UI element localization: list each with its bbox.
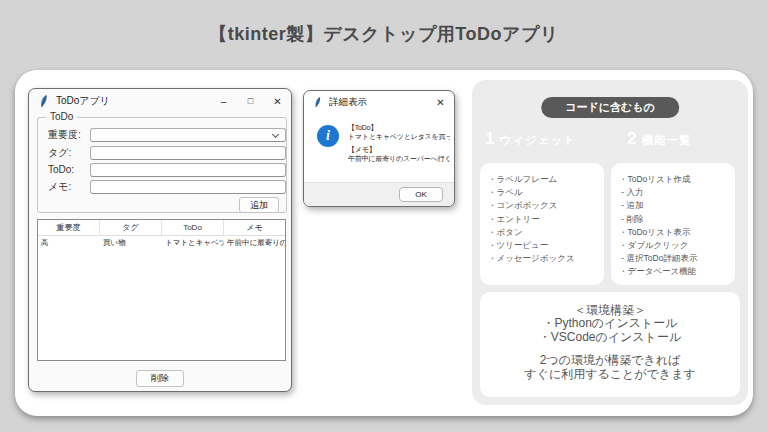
env-item: ・VSCodeのインストール (480, 331, 740, 345)
content-card: ToDoアプリ – □ ✕ ToDo 重要度: タグ: ToDo: メ (15, 70, 753, 416)
dialog-titlebar[interactable]: 詳細表示 ✕ (304, 91, 454, 113)
cell-memo: 午前中に最寄りのスーパーへ行くこと (224, 236, 285, 250)
importance-combobox[interactable] (90, 128, 286, 142)
ok-button[interactable]: OK (399, 187, 443, 202)
treeview-header: 重要度 タグ ToDo メモ (38, 220, 285, 236)
cell-tag: 買い物 (100, 236, 162, 250)
python-feather-icon (313, 96, 322, 108)
list-item: ・コンボボックス (488, 199, 596, 212)
env-item: ・Pythonのインストール (480, 317, 740, 331)
window-controls: – □ ✕ (210, 89, 291, 113)
list-item: ・ボタン (488, 226, 596, 239)
dialog-body: i 【ToDo】 トマトとキャベツとレタスを買ってくる 【メモ】 午前中に最寄り… (304, 113, 454, 184)
dialog-controls: ✕ (427, 91, 454, 113)
cell-importance: 高 (38, 236, 100, 250)
env-heading: ＜環境構築＞ (480, 303, 740, 317)
close-icon[interactable]: ✕ (264, 89, 291, 113)
message-todo-heading: 【ToDo】 (348, 123, 450, 132)
column-header-importance[interactable]: 重要度 (38, 220, 100, 235)
minimize-icon[interactable]: – (210, 89, 237, 113)
cell-todo: トマトとキャベツとレタスを買ってくる (162, 236, 224, 250)
dialog-title: 詳細表示 (329, 96, 367, 109)
tag-input[interactable] (90, 146, 286, 160)
detail-dialog: 詳細表示 ✕ i 【ToDo】 トマトとキャベツとレタスを買ってくる 【メモ】 … (303, 90, 455, 207)
close-icon[interactable]: ✕ (427, 91, 454, 113)
list-item: ・ToDoリスト表示 (619, 226, 727, 239)
list-item: - 削除 (619, 213, 727, 226)
message-memo-heading: 【メモ】 (348, 145, 450, 154)
python-feather-icon (38, 94, 49, 108)
todo-input[interactable] (90, 163, 286, 177)
code-contents-panel: コードに含むもの 1 ウィジェット 2 機能一覧 ・ラベルフレーム ・ラベル ・… (472, 80, 748, 405)
list-item: - 入力 (619, 186, 727, 199)
table-row[interactable]: 高 買い物 トマトとキャベツとレタスを買ってくる 午前中に最寄りのスーパーへ行く… (38, 236, 285, 250)
list-item: - 選択ToDo詳細表示 (619, 252, 727, 265)
add-button[interactable]: 追加 (239, 197, 279, 213)
section-header-widgets: 1 ウィジェット (485, 129, 576, 149)
environment-card: ＜環境構築＞ ・Pythonのインストール ・VSCodeのインストール 2つの… (480, 292, 740, 397)
delete-button[interactable]: 削除 (136, 370, 184, 387)
list-item: ・ラベルフレーム (488, 173, 596, 186)
todo-labelframe: ToDo 重要度: タグ: ToDo: メモ: 追加 (37, 117, 287, 213)
column-header-todo[interactable]: ToDo (162, 220, 224, 235)
memo-label: メモ: (48, 180, 71, 194)
list-item: ・ToDoリスト作成 (619, 173, 727, 186)
panel-heading-pill: コードに含むもの (541, 97, 679, 118)
todo-app-window: ToDoアプリ – □ ✕ ToDo 重要度: タグ: ToDo: メ (28, 88, 292, 392)
section-title: 機能一覧 (641, 133, 691, 148)
list-item: - 追加 (619, 199, 727, 212)
list-item: ・ラベル (488, 186, 596, 199)
todo-window-title: ToDoアプリ (56, 94, 110, 108)
maximize-icon[interactable]: □ (237, 89, 264, 113)
message-todo-text: トマトとキャベツとレタスを買ってくる (348, 132, 450, 141)
column-header-memo[interactable]: メモ (224, 220, 285, 235)
list-item: ・エントリー (488, 213, 596, 226)
importance-label: 重要度: (48, 128, 81, 142)
widgets-list-card: ・ラベルフレーム ・ラベル ・コンボボックス ・エントリー ・ボタン ・ツリービ… (480, 163, 604, 285)
list-item: ・ダブルクリック (619, 239, 727, 252)
list-item: ・データベース機能 (619, 265, 727, 278)
section-header-features: 2 機能一覧 (627, 129, 691, 149)
labelframe-legend: ToDo (46, 111, 77, 123)
features-list-card: ・ToDoリスト作成 - 入力 - 追加 - 削除 ・ToDoリスト表示 ・ダブ… (611, 163, 735, 285)
tag-label: タグ: (48, 146, 71, 160)
column-header-tag[interactable]: タグ (100, 220, 162, 235)
env-note-line: 2つの環境が構築できれば (480, 354, 740, 368)
env-note-line: すぐに利用することができます (480, 368, 740, 382)
section-title: ウィジェット (499, 133, 576, 148)
page-title: 【tkinter製】デスクトップ用ToDoアプリ (0, 22, 768, 46)
todo-treeview: 重要度 タグ ToDo メモ 高 買い物 トマトとキャベツとレタスを買ってくる … (37, 219, 286, 361)
todo-window-titlebar[interactable]: ToDoアプリ – □ ✕ (29, 89, 291, 113)
list-item: ・メッセージボックス (488, 252, 596, 265)
section-number: 2 (627, 129, 636, 149)
list-item: ・ツリービュー (488, 239, 596, 252)
section-number: 1 (485, 129, 494, 149)
dialog-footer: OK (304, 182, 454, 206)
message-memo-text: 午前中に最寄りのスーパーへ行くこと (348, 154, 450, 163)
todo-label: ToDo: (48, 163, 74, 177)
info-icon: i (317, 125, 339, 147)
slide: 【tkinter製】デスクトップ用ToDoアプリ ToDoアプリ – □ ✕ T… (0, 0, 768, 432)
dialog-message: 【ToDo】 トマトとキャベツとレタスを買ってくる 【メモ】 午前中に最寄りのス… (348, 123, 450, 163)
chevron-down-icon[interactable] (272, 131, 279, 138)
memo-input[interactable] (90, 180, 286, 194)
